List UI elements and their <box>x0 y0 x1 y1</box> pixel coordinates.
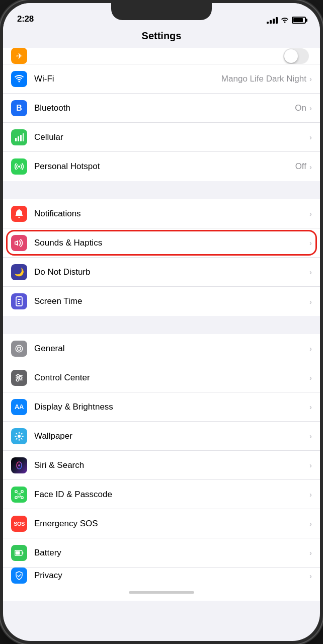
svg-rect-3 <box>23 133 24 141</box>
settings-row-privacy[interactable]: Privacy › <box>3 568 320 584</box>
screentime-icon <box>11 293 27 309</box>
wallpaper-chevron: › <box>309 432 312 440</box>
svg-rect-21 <box>15 497 17 499</box>
settings-row-donotdisturb[interactable]: 🌙 Do Not Disturb › <box>3 258 320 287</box>
settings-row-displaybrightness[interactable]: AA Display & Brightness › <box>3 392 320 422</box>
sounds-icon <box>11 235 27 251</box>
notifications-label: Notifications <box>34 209 309 219</box>
section-system: Notifications › Sounds & Haptics › 🌙 <box>3 199 320 316</box>
phone-screen: 2:28 Settings <box>3 3 320 641</box>
svg-point-16 <box>18 435 21 438</box>
donotdisturb-chevron: › <box>309 268 312 276</box>
donotdisturb-label: Do Not Disturb <box>34 267 309 277</box>
svg-point-4 <box>18 166 20 168</box>
hotspot-label: Personal Hotspot <box>34 162 295 172</box>
status-icons <box>267 16 306 24</box>
siri-icon <box>11 457 27 473</box>
settings-row-battery[interactable]: Battery › <box>3 538 320 568</box>
settings-row-general[interactable]: General › <box>3 334 320 363</box>
home-indicator <box>3 584 320 601</box>
svg-point-13 <box>17 374 20 377</box>
airplane-icon: ✈ <box>11 48 27 64</box>
svg-point-23 <box>18 493 19 494</box>
notch <box>111 3 212 20</box>
controlcenter-label: Control Center <box>34 373 309 383</box>
settings-row-faceid[interactable]: Face ID & Passcode › <box>3 480 320 509</box>
faceid-icon <box>11 487 27 503</box>
battery-label: Battery <box>34 548 309 558</box>
settings-row-sounds[interactable]: Sounds & Haptics › <box>3 228 320 258</box>
displaybrightness-label: Display & Brightness <box>34 402 309 412</box>
bluetooth-icon: B <box>11 100 27 116</box>
settings-row-notifications[interactable]: Notifications › <box>3 199 320 228</box>
settings-row-cellular[interactable]: Cellular › <box>3 123 320 152</box>
siri-chevron: › <box>309 461 312 469</box>
general-chevron: › <box>309 344 312 353</box>
wallpaper-icon <box>11 428 27 444</box>
displaybrightness-icon: AA <box>11 399 27 415</box>
hotspot-value: Off <box>295 162 306 172</box>
settings-row-controlcenter[interactable]: Control Center › <box>3 363 320 392</box>
settings-row-airplane[interactable]: ✈ <box>3 48 320 64</box>
wifi-status-icon <box>281 16 289 24</box>
notifications-icon <box>11 206 27 222</box>
controlcenter-icon <box>11 370 27 386</box>
svg-rect-22 <box>21 497 23 499</box>
displaybrightness-chevron: › <box>309 403 312 411</box>
controlcenter-chevron: › <box>309 373 312 382</box>
settings-row-wallpaper[interactable]: Wallpaper › <box>3 422 320 451</box>
battery-icon <box>292 17 306 24</box>
settings-row-wifi[interactable]: Wi-Fi Mango Life Dark Night › <box>3 64 320 94</box>
status-time: 2:28 <box>17 14 34 24</box>
settings-row-sos[interactable]: SOS Emergency SOS › <box>3 509 320 538</box>
section-connectivity: ✈ Wi-Fi Mango Life Dark Night › B <box>3 48 320 181</box>
sos-label: Emergency SOS <box>34 519 309 529</box>
battery-fill <box>293 18 303 22</box>
settings-row-hotspot[interactable]: Personal Hotspot Off › <box>3 152 320 181</box>
bluetooth-chevron: › <box>309 104 312 112</box>
home-bar <box>129 591 194 594</box>
airplane-toggle[interactable] <box>283 48 309 64</box>
cellular-icon <box>11 129 27 145</box>
cellular-label: Cellular <box>34 132 306 142</box>
sos-icon: SOS <box>11 516 27 532</box>
donotdisturb-icon: 🌙 <box>11 264 27 280</box>
svg-rect-1 <box>18 136 19 141</box>
wifi-icon <box>11 71 27 87</box>
svg-rect-5 <box>19 209 20 210</box>
settings-row-bluetooth[interactable]: B Bluetooth On › <box>3 94 320 123</box>
notifications-chevron: › <box>309 209 312 218</box>
privacy-chevron: › <box>309 572 312 580</box>
svg-rect-2 <box>20 135 22 141</box>
privacy-icon <box>11 568 27 584</box>
privacy-label: Privacy <box>34 571 309 581</box>
svg-rect-0 <box>15 138 17 141</box>
screentime-label: Screen Time <box>34 296 309 306</box>
phone-frame: 2:28 Settings <box>0 0 323 644</box>
bluetooth-label: Bluetooth <box>34 103 295 113</box>
sounds-chevron: › <box>309 238 312 247</box>
screentime-chevron: › <box>309 297 312 306</box>
faceid-chevron: › <box>309 490 312 499</box>
sos-chevron: › <box>309 519 312 528</box>
section-display: General › Control Center › AA Display & … <box>3 334 320 584</box>
settings-row-screentime[interactable]: Screen Time › <box>3 287 320 316</box>
signal-icon <box>267 17 278 24</box>
hotspot-chevron: › <box>309 163 312 171</box>
section-divider-2 <box>3 316 320 334</box>
cellular-chevron: › <box>309 133 312 141</box>
settings-row-siri[interactable]: Siri & Search › <box>3 451 320 480</box>
bluetooth-value: On <box>295 103 306 113</box>
svg-point-14 <box>20 376 22 379</box>
svg-rect-7 <box>18 299 21 300</box>
battery-chevron: › <box>309 548 312 557</box>
siri-label: Siri & Search <box>34 460 309 470</box>
svg-point-24 <box>20 493 21 494</box>
battery-settings-icon <box>11 545 27 561</box>
wallpaper-label: Wallpaper <box>34 431 309 441</box>
section-divider-1 <box>3 181 320 199</box>
general-icon <box>11 341 27 357</box>
settings-list: ✈ Wi-Fi Mango Life Dark Night › B <box>3 48 320 584</box>
svg-point-15 <box>17 378 19 381</box>
svg-rect-8 <box>18 301 20 302</box>
